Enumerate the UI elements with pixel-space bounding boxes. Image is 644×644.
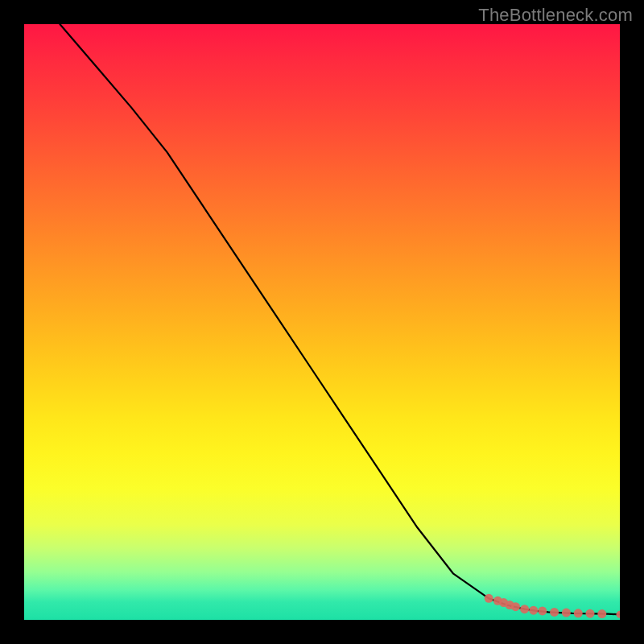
highlighted-points-group	[485, 594, 620, 618]
data-point-marker	[597, 609, 606, 618]
data-point-marker	[574, 609, 583, 617]
bottleneck-curve-line	[60, 24, 620, 614]
data-point-marker	[485, 594, 493, 603]
data-point-marker	[529, 606, 538, 615]
data-point-marker	[617, 611, 621, 618]
data-point-marker	[562, 609, 571, 617]
data-point-marker	[520, 605, 529, 613]
chart-frame: TheBottleneck.com	[0, 0, 644, 644]
data-point-marker	[586, 609, 595, 618]
data-point-marker	[550, 608, 559, 617]
data-point-marker	[511, 602, 520, 611]
plot-area	[24, 24, 620, 620]
chart-overlay-svg	[24, 24, 620, 620]
attribution-label: TheBottleneck.com	[478, 5, 633, 26]
data-point-marker	[538, 606, 547, 615]
